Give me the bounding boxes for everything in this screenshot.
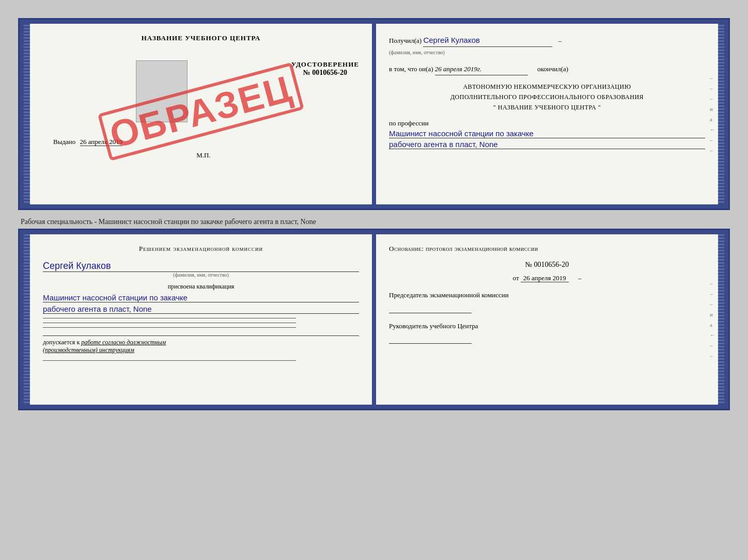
bottom-name: Сергей Кулаков <box>43 261 359 272</box>
br-i-mark: и <box>710 311 715 317</box>
poluchil-line: Получил(а) Сергей Кулаков – (фамилия, им… <box>389 34 705 58</box>
i-mark: и <box>710 106 715 112</box>
bottom-certificate: Решением экзаменационной комиссии Сергей… <box>18 229 730 410</box>
left-spine-strip <box>24 24 30 204</box>
org-line1: АВТОНОМНУЮ НЕКОММЕРЧЕСКУЮ ОРГАНИЗАЦИЮ <box>389 82 705 92</box>
vydano-prefix: Выдано <box>53 138 75 146</box>
bottom-prof-line1: Машинист насосной станции по закачке <box>43 293 359 302</box>
poluchil-prefix: Получил(а) <box>389 37 422 44</box>
dash-mark-5: – <box>710 147 715 153</box>
rukovoditel-sig-line <box>389 333 472 344</box>
subtitle-text: Рабочая специальность - Машинист насосно… <box>21 218 730 226</box>
br-dash-2: – <box>710 291 715 297</box>
vtom-line: в том, что он(а) 26 апреля 2019г. окончи… <box>389 64 705 75</box>
arrow-mark: ← <box>710 126 715 133</box>
br-arrow-mark: ← <box>710 332 715 338</box>
rukovoditel-block: Руководитель учебного Центра <box>389 321 705 344</box>
vtom-prefix: в том, что он(а) <box>389 65 433 73</box>
bottom-familiya-label: (фамилия, имя, отчество) <box>43 272 359 278</box>
okoncil-suffix: окончил(а) <box>537 65 568 73</box>
cert-left-page: НАЗВАНИЕ УЧЕБНОГО ЦЕНТРА УДОСТОВЕРЕНИЕ №… <box>30 24 372 204</box>
bottom-line <box>43 360 296 361</box>
bottom-right-spine <box>718 234 724 405</box>
br-dash-4: – <box>710 342 715 348</box>
decision-text: Решением экзаменационной комиссии <box>43 245 359 253</box>
protocol-date: от 26 апреля 2019 – <box>389 274 705 282</box>
prisvoena-text: присвоена квалификация <box>43 283 359 291</box>
dash-after-name: – <box>558 37 562 44</box>
udostoverenie-block: УДОСТОВЕРЕНИЕ № 0010656-20 <box>291 60 359 77</box>
bottom-right-side-marks: – – – и а ← – – <box>710 280 715 359</box>
separator-line-3 <box>43 327 296 328</box>
separator-line-1 <box>43 318 296 318</box>
bottom-left-page: Решением экзаменационной комиссии Сергей… <box>30 234 372 405</box>
a-mark: а <box>710 116 715 122</box>
protocol-num: № 0010656-20 <box>389 261 705 269</box>
cert-photo <box>136 60 188 122</box>
bottom-name-block: Сергей Кулаков (фамилия, имя, отчество) <box>43 261 359 278</box>
top-certificate: НАЗВАНИЕ УЧЕБНОГО ЦЕНТРА УДОСТОВЕРЕНИЕ №… <box>18 18 730 210</box>
dash-mark-3: – <box>710 95 715 102</box>
vydano-line: Выдано 26 апреля 2019 <box>43 138 359 146</box>
bottom-left-spine <box>24 234 30 405</box>
vydano-date: 26 апреля 2019 <box>80 138 123 146</box>
cert-number: № 0010656-20 <box>291 69 359 77</box>
org-line2: ДОПОЛНИТЕЛЬНОГО ПРОФЕССИОНАЛЬНОГО ОБРАЗО… <box>389 92 705 102</box>
vtom-date: 26 апреля 2019г. <box>435 64 528 75</box>
osnovanie-text: Основание: протокол экзаменационной коми… <box>389 245 705 253</box>
familiya-label: (фамилия, имя, отчество) <box>389 50 445 55</box>
profession-line2: рабочего агента в пласт, None <box>389 140 705 149</box>
right-spine-strip <box>718 24 724 204</box>
predsedatel-text: Председатель экзаменационной комиссии <box>389 290 705 300</box>
br-a-mark: а <box>710 322 715 328</box>
org-line3: " НАЗВАНИЕ УЧЕБНОГО ЦЕНТРА " <box>389 102 705 113</box>
br-dash-3: – <box>710 301 715 307</box>
date-dash: – <box>578 274 582 282</box>
separator-line-2 <box>43 323 296 323</box>
predsedatel-sig-line <box>389 303 472 313</box>
cert-title: НАЗВАНИЕ УЧЕБНОГО ЦЕНТРА <box>142 34 261 42</box>
dash-mark-2: – <box>710 85 715 91</box>
profession-line1: Машинист насосной станции по закачке <box>389 129 705 138</box>
dopuskaetsya-prefix: допускается к <box>43 339 80 346</box>
po-professii: по профессии <box>389 119 705 127</box>
bottom-prof-line2: рабочего агента в пласт, None <box>43 305 359 314</box>
protocol-date-value: 26 апреля 2019 <box>521 274 569 282</box>
mp-label: М.П. <box>191 151 210 159</box>
dopuskaetsya-line: допускается к работе согласно должностны… <box>43 335 359 354</box>
org-block: АВТОНОМНУЮ НЕКОММЕРЧЕСКУЮ ОРГАНИЗАЦИЮ ДО… <box>389 82 705 113</box>
poluchil-name: Сергей Кулаков <box>423 34 552 47</box>
cert-right-page: Получил(а) Сергей Кулаков – (фамилия, им… <box>376 24 718 204</box>
protocol-date-prefix: от <box>513 274 519 282</box>
dash-mark-1: – <box>710 75 715 81</box>
right-side-marks: – – – и а ← – – <box>710 75 715 153</box>
br-dash-5: – <box>710 353 715 359</box>
bottom-right-page: Основание: протокол экзаменационной коми… <box>376 234 718 405</box>
br-dash-1: – <box>710 280 715 286</box>
udostoverenie-title: УДОСТОВЕРЕНИЕ <box>291 60 359 69</box>
dash-mark-4: – <box>710 137 715 143</box>
page-container: НАЗВАНИЕ УЧЕБНОГО ЦЕНТРА УДОСТОВЕРЕНИЕ №… <box>10 10 738 418</box>
predsedatel-block: Председатель экзаменационной комиссии <box>389 290 705 313</box>
